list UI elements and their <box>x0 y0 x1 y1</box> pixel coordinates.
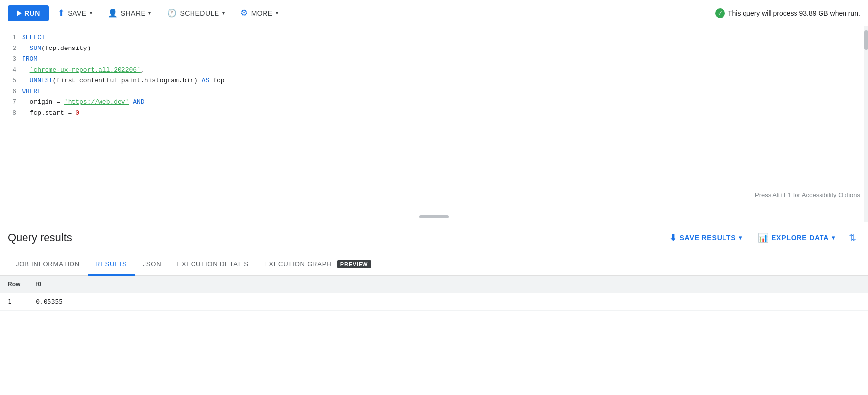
code-line-7: origin = 'https://web.dev' AND <box>22 97 860 108</box>
preview-badge: PREVIEW <box>337 260 371 268</box>
results-panel: Query results ⬇ SAVE RESULTS ▾ 📊 EXPLORE… <box>0 222 868 311</box>
share-icon: 👤 <box>108 8 118 18</box>
col-row: Row <box>0 276 28 293</box>
tab-results[interactable]: RESULTS <box>88 253 135 276</box>
code-line-8: fcp.start = 0 <box>22 108 860 119</box>
save-results-icon: ⬇ <box>669 232 677 243</box>
save-label: SAVE <box>68 9 86 17</box>
code-line-3: FROM <box>22 54 860 65</box>
toolbar: RUN ⬆ SAVE ▾ 👤 SHARE ▾ 🕐 SCHEDULE ▾ ⚙ MO… <box>0 0 868 26</box>
schedule-icon: 🕐 <box>167 8 177 18</box>
save-button[interactable]: ⬆ SAVE ▾ <box>51 4 99 22</box>
save-icon: ⬆ <box>58 8 65 18</box>
tab-execution-details[interactable]: EXECUTION DETAILS <box>169 253 256 276</box>
share-dropdown-arrow: ▾ <box>148 10 151 16</box>
results-header: Query results ⬇ SAVE RESULTS ▾ 📊 EXPLORE… <box>0 222 868 253</box>
code-line-5: UNNEST(first_contentful_paint.histogram.… <box>22 75 860 86</box>
table-row: 1 0.05355 <box>0 293 868 311</box>
cell-empty-1 <box>71 293 868 311</box>
tab-json[interactable]: JSON <box>135 253 169 276</box>
code-line-2: SUM(fcp.density) <box>22 43 860 54</box>
schedule-label: SCHEDULE <box>180 9 219 17</box>
table-header-row: Row f0_ <box>0 276 868 293</box>
code-line-6: WHERE <box>22 86 860 97</box>
tab-execution-graph[interactable]: EXECUTION GRAPH PREVIEW <box>257 253 379 276</box>
horizontal-scrollbar[interactable] <box>419 215 449 218</box>
save-results-label: SAVE RESULTS <box>679 234 736 242</box>
tabs-bar: JOB INFORMATION RESULTS JSON EXECUTION D… <box>0 253 868 276</box>
code-line-4: `chrome-ux-report.all.202206`, <box>22 65 860 75</box>
share-button[interactable]: 👤 SHARE ▾ <box>101 4 158 22</box>
schedule-button[interactable]: 🕐 SCHEDULE ▾ <box>160 4 232 22</box>
vertical-scrollbar[interactable] <box>864 26 868 222</box>
query-info: ✓ This query will process 93.89 GB when … <box>715 8 860 18</box>
save-results-button[interactable]: ⬇ SAVE RESULTS ▾ <box>663 228 748 247</box>
more-button[interactable]: ⚙ MORE ▾ <box>234 4 285 22</box>
tab-json-label: JSON <box>143 260 162 268</box>
tab-results-label: RESULTS <box>96 260 127 268</box>
schedule-dropdown-arrow: ▾ <box>222 10 225 16</box>
tab-execution-details-label: EXECUTION DETAILS <box>177 260 248 268</box>
more-label: MORE <box>251 9 273 17</box>
explore-data-button[interactable]: 📊 EXPLORE DATA ▾ <box>752 229 841 247</box>
code-editor[interactable]: 1 2 3 4 5 6 7 8 SELECT SUM(fcp.density) … <box>0 26 868 222</box>
run-icon <box>17 10 22 16</box>
run-button[interactable]: RUN <box>8 5 49 21</box>
cell-row-1: 1 <box>0 293 28 311</box>
expand-icon: ⇅ <box>849 233 856 243</box>
save-results-dropdown-arrow: ▾ <box>739 234 742 241</box>
accessibility-hint: Press Alt+F1 for Accessibility Options <box>755 191 860 198</box>
more-dropdown-arrow: ▾ <box>276 10 279 16</box>
save-dropdown-arrow: ▾ <box>90 10 93 16</box>
explore-data-icon: 📊 <box>758 233 769 243</box>
line-numbers: 1 2 3 4 5 6 7 8 <box>0 32 22 216</box>
tab-job-information-label: JOB INFORMATION <box>16 260 80 268</box>
col-empty <box>71 276 868 293</box>
share-label: SHARE <box>121 9 146 17</box>
code-content[interactable]: SELECT SUM(fcp.density) FROM `chrome-ux-… <box>22 32 868 216</box>
tab-execution-graph-label: EXECUTION GRAPH <box>265 260 332 268</box>
run-label: RUN <box>24 9 40 17</box>
explore-data-label: EXPLORE DATA <box>772 234 829 242</box>
gear-icon: ⚙ <box>241 8 248 18</box>
query-info-text: This query will process 93.89 GB when ru… <box>728 9 860 17</box>
vertical-scrollbar-thumb[interactable] <box>864 30 868 50</box>
code-line-1: SELECT <box>22 32 860 43</box>
cell-f0-1: 0.05355 <box>28 293 71 311</box>
results-title: Query results <box>8 231 663 244</box>
success-icon: ✓ <box>715 8 725 18</box>
explore-data-dropdown-arrow: ▾ <box>832 234 835 241</box>
expand-button[interactable]: ⇅ <box>845 228 860 247</box>
results-table: Row f0_ 1 0.05355 <box>0 276 868 311</box>
col-f0: f0_ <box>28 276 71 293</box>
tab-job-information[interactable]: JOB INFORMATION <box>8 253 88 276</box>
results-actions: ⬇ SAVE RESULTS ▾ 📊 EXPLORE DATA ▾ ⇅ <box>663 228 860 247</box>
